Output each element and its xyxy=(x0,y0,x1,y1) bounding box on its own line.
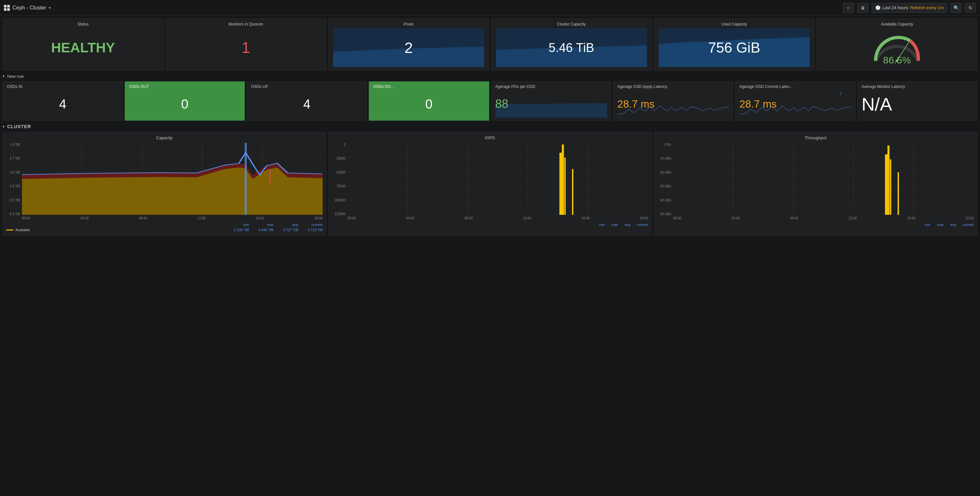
capacity-avg: 4.727 TiB xyxy=(280,228,298,232)
iops-min-label: min xyxy=(599,223,605,227)
sync-icon: ↻ xyxy=(969,5,972,11)
monitor-button[interactable]: 🖥 xyxy=(857,3,869,13)
gauge-value: 86.5% xyxy=(883,55,911,66)
capacity-legend-headers: min max avg current xyxy=(6,223,323,227)
available-capacity-title: Available Capacity xyxy=(822,22,973,27)
pgs-per-osd-chart: 88 xyxy=(495,90,607,118)
used-capacity-card: Used Capacity 756 GiB xyxy=(654,18,815,71)
iops-chart-title: IOPS xyxy=(332,135,648,140)
osds-out-title: OSDs OUT xyxy=(129,84,240,89)
svg-line-6 xyxy=(840,92,841,95)
capacity-legend: min max avg current Available 2.335 TiB … xyxy=(6,223,323,232)
iops-chart-svg xyxy=(347,143,648,215)
osd-commit-latency-card: Agerage OSD Commit Laten... 28.7 ms xyxy=(735,81,855,120)
time-range-selector[interactable]: 🕐 Last 24 hours Refresh every 1m xyxy=(872,3,947,13)
main-content: Status HEALTHY Monitors In Quorum 1 Pool… xyxy=(0,16,980,238)
used-capacity-value: 756 GiB xyxy=(708,41,760,55)
new-row-chevron: ▾ xyxy=(3,74,5,78)
pools-value: 2 xyxy=(404,40,413,55)
grid-icon xyxy=(4,5,10,11)
osd-apply-latency-title: Agerage OSD Apply Latency xyxy=(617,84,729,89)
status-title: Status xyxy=(8,22,159,27)
capacity-chart-title: Capacity xyxy=(6,135,323,140)
time-label: Last 24 hours xyxy=(883,5,908,10)
cluster-capacity-chart-bg: 5.46 TiB xyxy=(496,29,647,67)
monitor-icon: 🖥 xyxy=(861,5,865,11)
iops-x-axis: 00:00 04:00 08:00 12:00 16:00 20:00 xyxy=(332,216,648,220)
app-logo[interactable]: Ceph - Cluster ▾ xyxy=(4,5,51,11)
osds-up-card: OSDs UP 4 xyxy=(247,81,367,120)
search-button[interactable]: 🔍 xyxy=(951,3,962,13)
capacity-legend-values: Available 2.335 TiB 4.846 TiB 4.727 TiB … xyxy=(6,228,323,232)
status-value: HEALTHY xyxy=(51,41,115,55)
refresh-label: Refresh every 1m xyxy=(910,5,944,10)
topbar: Ceph - Cluster ▾ ☆ 🖥 🕐 Last 24 hours Ref… xyxy=(0,0,980,16)
iops-chart-wrapper: 125000 100000 75000 50000 25000 0 xyxy=(332,143,648,216)
monitors-card: Monitors In Quorum 1 xyxy=(165,18,326,71)
cluster-capacity-value: 5.46 TiB xyxy=(549,41,594,54)
throughput-chart-svg xyxy=(673,143,974,215)
throughput-chart-title: Throughput xyxy=(657,135,974,140)
osds-down-title: OSDs DO... xyxy=(373,84,485,89)
capacity-x-axis: 00:00 04:00 08:00 12:00 16:00 20:00 xyxy=(6,216,323,220)
new-row-header[interactable]: ▾ New row xyxy=(3,73,977,80)
capacity-svg-container xyxy=(22,143,323,216)
pgs-per-osd-value: 88 xyxy=(495,97,509,111)
capacity-chart-wrapper: 6.4 TiB 5.5 TiB 4.5 TiB 3.6 TiB 2.7 TiB … xyxy=(6,143,323,216)
capacity-chart-panel: Capacity 6.4 TiB 5.5 TiB 4.5 TiB 3.6 TiB… xyxy=(3,132,326,235)
avg-monitor-latency-title: Average Monitor Latency xyxy=(862,84,973,89)
throughput-svg-container xyxy=(673,143,974,216)
osds-down-value: 0 xyxy=(373,90,485,118)
avg-header: avg xyxy=(280,223,298,227)
throughput-max-label: max xyxy=(937,223,944,227)
monitors-title: Monitors In Quorum xyxy=(170,22,321,27)
osd-apply-value: 28.7 ms xyxy=(617,98,655,110)
refresh-button[interactable]: ↻ xyxy=(965,3,976,13)
cluster-capacity-title: Cluster Capacity xyxy=(496,22,647,27)
cluster-header[interactable]: ▾ CLUSTER xyxy=(3,123,977,130)
capacity-min: 2.335 TiB xyxy=(231,228,249,232)
gauge-container: 86.5% xyxy=(822,29,973,67)
search-icon: 🔍 xyxy=(953,5,959,11)
iops-avg-label: avg xyxy=(625,223,630,227)
osds-in-value: 4 xyxy=(7,90,118,118)
throughput-chart-wrapper: 50 GBs 40 GBs 30 GBs 20 GBs 10 GBs 0 Bs xyxy=(657,143,974,216)
capacity-y-axis: 6.4 TiB 5.5 TiB 4.5 TiB 3.6 TiB 2.7 TiB … xyxy=(6,143,22,216)
available-legend-color xyxy=(6,230,13,230)
osd-row: OSDs IN 4 OSDs OUT 0 OSDs UP 4 OSDs DO..… xyxy=(3,81,977,120)
throughput-avg-label: avg xyxy=(950,223,956,227)
dropdown-arrow[interactable]: ▾ xyxy=(49,6,51,10)
osds-up-value: 4 xyxy=(251,90,363,118)
clock-icon: 🕐 xyxy=(875,5,881,10)
pools-chart-bg: 2 xyxy=(333,29,484,67)
osd-commit-latency-title: Agerage OSD Commit Laten... xyxy=(740,84,851,89)
throughput-x-axis: 00:00 04:00 08:00 12:00 16:00 20:00 xyxy=(657,216,974,220)
charts-row: Capacity 6.4 TiB 5.5 TiB 4.5 TiB 3.6 TiB… xyxy=(3,132,977,235)
star-button[interactable]: ☆ xyxy=(843,3,854,13)
osds-in-card: OSDs IN 4 xyxy=(3,81,123,120)
app-title: Ceph - Cluster xyxy=(13,5,46,11)
monitors-value: 1 xyxy=(242,40,250,55)
status-card: Status HEALTHY xyxy=(3,18,164,71)
osds-up-title: OSDs UP xyxy=(251,84,363,89)
iops-svg-container xyxy=(347,143,648,216)
osds-in-title: OSDs IN xyxy=(7,84,118,89)
throughput-current-label: current xyxy=(963,223,974,227)
throughput-min-label: min xyxy=(924,223,930,227)
iops-max-label: max xyxy=(611,223,618,227)
pgs-per-osd-card: Agerage PGs per OSD 88 xyxy=(491,81,611,120)
avg-monitor-chart: N/A xyxy=(862,90,973,118)
new-row-label: New row xyxy=(7,74,24,79)
throughput-legend: min max avg current xyxy=(657,223,974,227)
pools-card: Pools 2 xyxy=(328,18,489,71)
osds-out-value: 0 xyxy=(129,90,240,118)
cluster-label: CLUSTER xyxy=(7,124,31,129)
stats-row: Status HEALTHY Monitors In Quorum 1 Pool… xyxy=(3,18,977,71)
iops-legend: min max avg current xyxy=(332,223,648,227)
capacity-max: 4.846 TiB xyxy=(256,228,274,232)
available-label: Available xyxy=(15,228,30,232)
capacity-current: 4.719 TiB xyxy=(305,228,323,232)
osd-commit-value: 28.7 ms xyxy=(740,98,777,110)
osd-commit-chart: 28.7 ms xyxy=(740,90,851,118)
avg-monitor-value: N/A xyxy=(862,93,892,115)
